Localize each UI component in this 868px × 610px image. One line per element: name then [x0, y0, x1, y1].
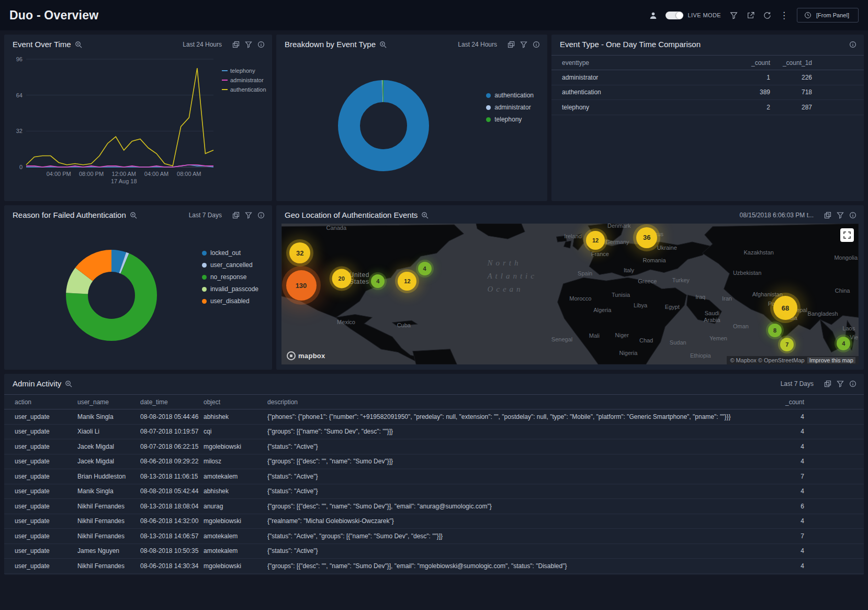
- panel-zoom-icon[interactable]: [379, 41, 387, 48]
- map-bubble[interactable]: 20: [332, 269, 351, 288]
- donut-breakdown-wrap: [337, 80, 430, 174]
- map-bubble[interactable]: 130: [286, 270, 317, 301]
- table-cell: {"status": "Active"}: [265, 473, 779, 480]
- geo-map[interactable]: CanadaDenmarkIrelandGermanyBelarusUkrain…: [281, 224, 859, 364]
- info-icon[interactable]: [257, 40, 265, 48]
- filter-icon[interactable]: [520, 40, 527, 48]
- kebab-menu-icon[interactable]: ⋮: [780, 11, 788, 20]
- map-bubble[interactable]: 8: [768, 324, 782, 337]
- column-header-eventtype[interactable]: eventtype: [560, 59, 730, 66]
- column-header-object[interactable]: object: [201, 398, 265, 406]
- legend-item-user_cancelled[interactable]: user_cancelled: [202, 261, 258, 269]
- column-header-_count[interactable]: _count: [779, 398, 806, 406]
- table-row[interactable]: telephony2287: [551, 100, 864, 115]
- map-bubble[interactable]: 4: [837, 337, 850, 350]
- map-bubble[interactable]: 12: [398, 272, 416, 291]
- legend-item-no_response[interactable]: no_response: [202, 273, 258, 281]
- column-header-user_name[interactable]: user_name: [75, 398, 138, 406]
- info-icon[interactable]: [257, 211, 265, 219]
- legend-swatch: [486, 117, 491, 122]
- legend-item-user_disabled[interactable]: user_disabled: [202, 297, 258, 305]
- legend-item-administrator[interactable]: administrator: [486, 104, 534, 111]
- filter-icon[interactable]: [244, 211, 252, 219]
- legend-item-authentication[interactable]: authentication: [486, 92, 534, 99]
- legend-item-invalid_passcode[interactable]: invalid_passcode: [202, 285, 258, 293]
- table-cell: user_update: [13, 443, 75, 450]
- column-header-_count_1d[interactable]: _count_1d: [772, 59, 814, 66]
- table-row[interactable]: user_updateJacek Migdal08-06-2018 09:29:…: [4, 454, 864, 470]
- svg-text:17 Aug 18: 17 Aug 18: [111, 178, 137, 184]
- info-icon[interactable]: [849, 40, 856, 48]
- map-bubble[interactable]: 7: [780, 338, 794, 351]
- table-body: administrator1226authentication389718tel…: [551, 70, 864, 115]
- copy-icon[interactable]: [507, 40, 515, 48]
- column-header-description[interactable]: description: [265, 398, 779, 406]
- donut-chart-area: authenticationadministratortelephony: [276, 52, 547, 201]
- table-cell: Nikhil Fernandes: [75, 562, 138, 570]
- column-header-date_time[interactable]: date_time: [138, 398, 201, 406]
- table-row[interactable]: authentication389718: [551, 85, 864, 101]
- table-row[interactable]: user_updateManik Singla08-08-2018 05:44:…: [4, 409, 864, 425]
- table-row[interactable]: user_updateNikhil Fernandes08-13-2018 18…: [4, 499, 864, 514]
- time-range-selector[interactable]: [From Panel]: [797, 8, 859, 23]
- table-row[interactable]: user_updateJames Nguyen08-08-2018 10:50:…: [4, 544, 864, 559]
- legend-label: telephony: [230, 68, 255, 74]
- map-bubble[interactable]: 36: [636, 227, 657, 248]
- info-icon[interactable]: [849, 380, 856, 387]
- toggle-knob: [676, 12, 683, 19]
- copy-icon[interactable]: [232, 211, 240, 219]
- table-cell: 08-06-2018 14:30:34: [138, 562, 201, 570]
- share-icon[interactable]: [746, 11, 754, 19]
- map-bubble[interactable]: 12: [586, 231, 605, 250]
- copy-icon[interactable]: [232, 40, 240, 48]
- table-row[interactable]: user_updateBrian Huddleston08-13-2018 11…: [4, 469, 864, 484]
- table-row[interactable]: user_updateNikhil Fernandes08-13-2018 14…: [4, 529, 864, 544]
- mapbox-logo[interactable]: mapbox: [287, 351, 325, 360]
- copy-icon[interactable]: [824, 380, 831, 387]
- table-row[interactable]: user_updateManik Singla08-08-2018 05:42:…: [4, 484, 864, 500]
- legend-item-telephony[interactable]: telephony: [222, 68, 270, 74]
- legend-item-locked_out[interactable]: locked_out: [202, 249, 258, 257]
- filter-icon[interactable]: [836, 211, 844, 219]
- table-cell: 4: [779, 458, 806, 465]
- info-icon[interactable]: [532, 40, 540, 48]
- panel-zoom-icon[interactable]: [130, 212, 137, 219]
- table-cell: user_update: [13, 413, 75, 420]
- improve-map-link[interactable]: Improve this map: [807, 357, 855, 363]
- column-header-action[interactable]: action: [13, 398, 75, 406]
- table-cell: anurag: [201, 503, 265, 510]
- refresh-icon[interactable]: [763, 11, 771, 19]
- map-bubble[interactable]: 32: [289, 242, 310, 263]
- panel-zoom-icon[interactable]: [65, 380, 72, 387]
- panel-zoom-icon[interactable]: [421, 212, 429, 219]
- column-header-_count[interactable]: _count: [730, 59, 772, 66]
- table-row[interactable]: administrator1226: [551, 70, 864, 85]
- panel-event-over-time: Event Over Time Last 24 Hours 032649604:…: [4, 35, 272, 201]
- legend-label: telephony: [494, 116, 522, 123]
- table-cell: 08-08-2018 05:42:44: [138, 487, 201, 495]
- table-row[interactable]: user_updateJacek Migdal08-07-2018 06:22:…: [4, 439, 864, 454]
- table-row[interactable]: user_updateNikhil Fernandes08-06-2018 14…: [4, 514, 864, 529]
- filter-icon[interactable]: [729, 11, 738, 19]
- donut-legend: locked_outuser_cancelledno_responseinval…: [202, 249, 258, 309]
- legend-item-administrator[interactable]: administrator: [222, 77, 270, 83]
- panel-time-range: Last 7 Days: [781, 380, 814, 387]
- info-icon[interactable]: [849, 211, 856, 219]
- filter-icon[interactable]: [836, 380, 844, 387]
- legend-item-telephony[interactable]: telephony: [486, 116, 534, 123]
- map-bubble[interactable]: 4: [371, 274, 385, 288]
- legend-item-authentication[interactable]: authentication: [222, 86, 270, 93]
- table-cell: authentication: [560, 88, 730, 96]
- map-bubble[interactable]: 4: [418, 262, 432, 275]
- svg-text:08:00 PM: 08:00 PM: [79, 171, 104, 177]
- table-row[interactable]: user_updateNikhil Fernandes08-06-2018 14…: [4, 559, 864, 574]
- live-mode-toggle[interactable]: [666, 12, 683, 19]
- map-bubble[interactable]: 68: [773, 296, 797, 320]
- panel-header: Event Over Time Last 24 Hours: [4, 35, 272, 52]
- panel-zoom-icon[interactable]: [75, 41, 82, 48]
- filter-icon[interactable]: [244, 40, 252, 48]
- copy-icon[interactable]: [824, 211, 831, 219]
- user-icon[interactable]: [649, 11, 657, 19]
- table-row[interactable]: user_updateXiaoli Li08-07-2018 10:19:57c…: [4, 425, 864, 440]
- map-fullscreen-button[interactable]: [840, 228, 854, 242]
